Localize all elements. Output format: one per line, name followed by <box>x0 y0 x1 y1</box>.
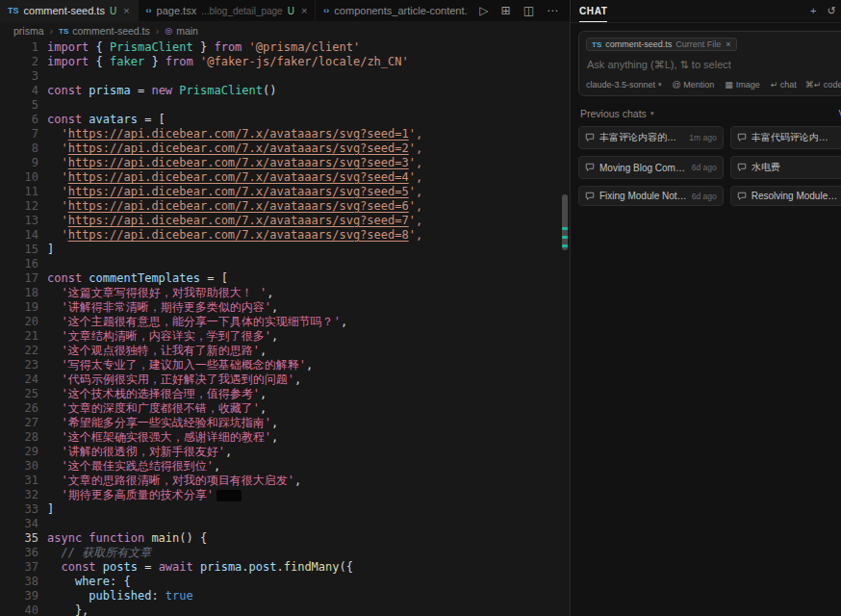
code-line[interactable]: 2import { faker } from '@faker-js/faker/… <box>0 55 570 69</box>
chat-history-item[interactable]: Resolving Module No...6d ago <box>730 186 841 206</box>
code-line[interactable]: 33] <box>0 502 570 517</box>
code-line[interactable]: 17const commentTemplates = [ <box>0 271 570 286</box>
code-line[interactable]: 27 '希望能多分享一些实战经验和踩坑指南', <box>0 416 570 430</box>
line-number: 17 <box>0 271 38 286</box>
code-line[interactable]: 9 'https://api.dicebear.com/7.x/avataaar… <box>0 156 570 170</box>
chat-history-item[interactable]: 水电费6d ago <box>730 156 841 179</box>
context-chip-row: TS comment-seed.ts Current File × <box>586 38 841 51</box>
code-text: '代码示例很实用，正好解决了我遇到的问题', <box>47 372 301 387</box>
code-line[interactable]: 39 published: true <box>0 589 570 603</box>
code-line[interactable]: 15] <box>0 243 570 257</box>
customize-layout-icon[interactable]: ⊞ <box>501 4 511 17</box>
line-number: 38 <box>0 575 38 589</box>
breadcrumb-item[interactable]: ◎main <box>165 25 198 37</box>
code-line[interactable]: 36 // 获取所有文章 <box>0 546 570 560</box>
model-selector[interactable]: claude-3.5-sonnet ▾ <box>586 80 662 90</box>
code-line[interactable]: 10 'https://api.dicebear.com/7.x/avataaa… <box>0 170 570 185</box>
code-line[interactable]: 14 'https://api.dicebear.com/7.x/avataaa… <box>0 228 570 243</box>
code-line[interactable]: 24 '代码示例很实用，正好解决了我遇到的问题', <box>0 372 570 387</box>
history-icon[interactable]: ↺ <box>828 5 836 17</box>
submit-codebase-button[interactable]: ⌘↵ codebase ▾ <box>805 80 841 90</box>
code-line[interactable]: 37 const posts = await prisma.post.findM… <box>0 560 570 575</box>
breadcrumb: prisma›TScomment-seed.ts›◎main <box>0 21 570 40</box>
editor-tab[interactable]: TScomment-seed.tsU× <box>0 0 139 21</box>
code-line[interactable]: 11 'https://api.dicebear.com/7.x/avataaa… <box>0 185 570 199</box>
code-line[interactable]: 34 <box>0 517 570 531</box>
code-line[interactable]: 30 '这个最佳实践总结得很到位', <box>0 459 570 474</box>
scrollbar-thumb[interactable] <box>562 194 568 250</box>
code-line[interactable]: 13 'https://api.dicebear.com/7.x/avataaa… <box>0 214 570 228</box>
close-tab-icon[interactable]: × <box>123 5 129 16</box>
remove-context-icon[interactable]: × <box>726 39 730 49</box>
code-line[interactable]: 40 }, <box>0 603 570 616</box>
submit-group: ↵ chat ⌘↵ codebase ▾ <box>771 80 841 90</box>
chat-composer[interactable]: TS comment-seed.ts Current File × claude… <box>578 31 841 96</box>
new-chat-icon[interactable]: + <box>810 5 816 17</box>
more-actions-icon[interactable]: ⋯ <box>547 4 558 17</box>
breadcrumb-item[interactable]: TScomment-seed.ts <box>59 25 150 37</box>
code-line[interactable]: 21 '文章结构清晰，内容详实，学到了很多', <box>0 329 570 344</box>
code-text: }, <box>47 603 89 616</box>
code-text: '期待更多高质量的技术分享' <box>47 488 242 502</box>
code-line[interactable]: 6const avatars = [ <box>0 113 570 127</box>
code-line[interactable]: 25 '这个技术栈的选择很合理，值得参考', <box>0 387 570 401</box>
chat-history-title: Resolving Module No... <box>752 191 839 201</box>
code-line[interactable]: 18 '这篇文章写得很好，对我帮助很大！ ', <box>0 286 570 300</box>
close-tab-icon[interactable]: × <box>301 5 307 16</box>
code-line[interactable]: 35async function main() { <box>0 531 570 546</box>
breadcrumb-item[interactable]: prisma <box>13 25 44 37</box>
code-line[interactable]: 32 '期待更多高质量的技术分享' <box>0 488 570 502</box>
code-line[interactable]: 19 '讲解得非常清晰，期待更多类似的内容', <box>0 300 570 315</box>
code-line[interactable]: 4const prisma = new PrismaClient() <box>0 84 570 98</box>
code-text: import { faker } from '@faker-js/faker/l… <box>47 55 409 69</box>
code-line[interactable]: 7 'https://api.dicebear.com/7.x/avataaar… <box>0 127 570 141</box>
editor-tab[interactable]: ‹›components_article-content.tsxU× <box>316 0 468 21</box>
code-line[interactable]: 8 'https://api.dicebear.com/7.x/avataaar… <box>0 141 570 156</box>
line-number: 26 <box>0 401 38 416</box>
editor-scrollbar[interactable] <box>560 40 570 616</box>
run-file-icon[interactable]: ▷ <box>479 4 488 17</box>
code-line[interactable]: 20 '这个主题很有意思，能分享一下具体的实现细节吗？', <box>0 315 570 329</box>
code-text: '这个主题很有意思，能分享一下具体的实现细节吗？', <box>47 315 347 329</box>
previous-chats-label[interactable]: Previous chats <box>580 108 647 119</box>
code-text: '这个最佳实践总结得很到位', <box>47 459 220 474</box>
code-line[interactable]: 28 '这个框架确实很强大，感谢详细的教程', <box>0 430 570 445</box>
code-line[interactable]: 1import { PrismaClient } from '@prisma/c… <box>0 40 570 55</box>
chat-history-time: 6d ago <box>692 163 717 172</box>
chat-history-item[interactable]: 丰富代码评论内容的建...1m ago <box>730 126 841 149</box>
chat-history-item[interactable]: 丰富评论内容的技巧1m ago <box>578 126 724 149</box>
code-text: 'https://api.dicebear.com/7.x/avataaars/… <box>47 214 422 228</box>
code-line[interactable]: 16 <box>0 257 570 271</box>
chat-bubble-icon <box>585 133 595 142</box>
image-button[interactable]: ▦ Image <box>725 80 760 90</box>
file-type-icon: ‹› <box>323 6 329 15</box>
editor-tab[interactable]: ‹›page.tsx...blog_detail_pageU× <box>139 0 317 21</box>
code-line[interactable]: 31 '文章的思路很清晰，对我的项目有很大启发', <box>0 474 570 488</box>
code-text: '希望能多分享一些实战经验和踩坑指南', <box>47 416 278 430</box>
line-number: 39 <box>0 589 38 603</box>
context-chip[interactable]: TS comment-seed.ts Current File × <box>586 38 737 51</box>
mention-button[interactable]: @ Mention <box>673 80 715 90</box>
tab-chat[interactable]: CHAT <box>579 0 607 22</box>
code-line[interactable]: 5 <box>0 98 570 113</box>
submit-chat-button[interactable]: ↵ chat <box>771 80 797 90</box>
app-window: TScomment-seed.tsU×‹›page.tsx...blog_det… <box>0 0 841 616</box>
chat-input[interactable] <box>586 51 841 80</box>
code-line[interactable]: 23 '写得太专业了，建议加入一些基础概念的解释', <box>0 358 570 372</box>
code-editor[interactable]: 1import { PrismaClient } from '@prisma/c… <box>0 40 570 616</box>
tab-label: page.tsx <box>157 5 197 16</box>
code-line[interactable]: 3 <box>0 69 570 84</box>
code-line[interactable]: 12 'https://api.dicebear.com/7.x/avataaa… <box>0 199 570 214</box>
code-text: '这个观点很独特，让我有了新的思路', <box>47 344 267 358</box>
context-scope-label: Current File <box>675 39 721 49</box>
code-line[interactable]: 26 '文章的深度和广度都很不错，收藏了', <box>0 401 570 416</box>
code-text: import { PrismaClient } from '@prisma/cl… <box>47 40 360 55</box>
code-line[interactable]: 38 where: { <box>0 575 570 589</box>
chat-history-item[interactable]: Fixing Module Not Fo...6d ago <box>578 186 724 206</box>
code-text: '文章的思路很清晰，对我的项目有很大启发', <box>47 474 301 488</box>
chat-history-item[interactable]: Moving Blog Compon...6d ago <box>578 156 724 179</box>
code-line[interactable]: 29 '讲解的很透彻，对新手很友好', <box>0 445 570 459</box>
split-editor-icon[interactable]: ◫ <box>523 4 534 17</box>
code-line[interactable]: 22 '这个观点很独特，让我有了新的思路', <box>0 344 570 358</box>
code-text: '文章的深度和广度都很不错，收藏了', <box>47 401 267 416</box>
